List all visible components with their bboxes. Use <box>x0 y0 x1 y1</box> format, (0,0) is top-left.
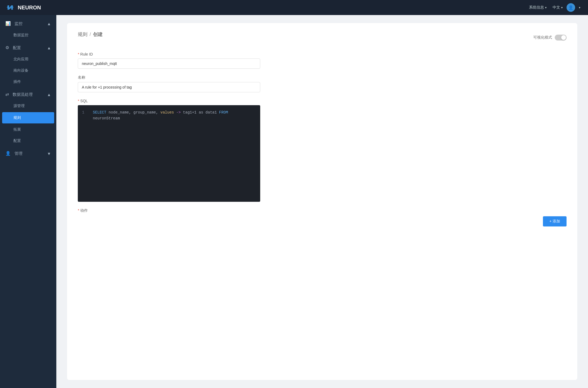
visual-mode-label: 可视化模式 <box>533 35 552 40</box>
lang-chevron-icon: ▾ <box>561 6 563 9</box>
sidebar-item-settings[interactable]: 配置 <box>0 135 56 147</box>
visual-mode-toggle[interactable] <box>555 35 567 41</box>
sidebar-item-data-monitor[interactable]: 数据监控 <box>0 30 56 41</box>
sidebar-group-monitor-label: 监控 <box>14 21 23 26</box>
action-label: 动作 <box>78 208 567 213</box>
monitor-icon: 📊 <box>5 21 11 26</box>
sidebar-group-config-header[interactable]: ⚙ 配置 ▲ <box>0 42 56 54</box>
sys-info-chevron-icon: ▾ <box>545 6 547 9</box>
breadcrumb-current: 创建 <box>93 31 103 38</box>
dataflow-chevron-icon: ▲ <box>47 92 51 97</box>
sidebar-item-rules-label: 规则 <box>13 115 21 120</box>
sidebar-group-dataflow-header[interactable]: ⇄ 数据流处理 ▲ <box>0 89 56 100</box>
user-chevron-icon: ▾ <box>579 6 580 9</box>
sidebar-item-source-mgmt-label: 源管理 <box>13 104 25 108</box>
sql-label: SQL <box>78 99 567 103</box>
toggle-knob <box>561 35 566 40</box>
sys-info-label: 系统信息 <box>529 5 544 10</box>
logo-icon <box>5 3 15 12</box>
sidebar-group-dataflow: ⇄ 数据流处理 ▲ 源管理 规则 拓展 配置 <box>0 89 56 147</box>
sidebar-item-north-app[interactable]: 北向应用 <box>0 54 56 65</box>
admin-icon: 👤 <box>5 151 11 156</box>
add-action-button[interactable]: + 添加 <box>543 216 567 226</box>
user-menu-btn[interactable]: ▾ <box>577 5 583 10</box>
monitor-chevron-icon: ▲ <box>47 21 51 26</box>
sql-values-fn: values <box>160 110 174 115</box>
admin-chevron-icon: ▼ <box>47 151 51 156</box>
visual-mode-control: 可视化模式 <box>533 35 567 41</box>
rule-id-group: Rule ID <box>78 52 567 69</box>
user-icon: 👤 <box>568 5 574 10</box>
sidebar-group-dataflow-label: 数据流处理 <box>13 92 33 97</box>
name-label: 名称 <box>78 75 567 80</box>
config-icon: ⚙ <box>5 45 9 50</box>
header-controls: 系统信息 ▾ 中文 ▾ 👤 ▾ <box>527 3 583 12</box>
rule-id-input[interactable] <box>78 58 260 69</box>
dataflow-icon: ⇄ <box>5 92 9 97</box>
lang-btn[interactable]: 中文 ▾ <box>550 4 565 11</box>
sql-code: SELECT node_name, group_name, values -> … <box>93 109 256 122</box>
sys-info-btn[interactable]: 系统信息 ▾ <box>527 4 549 11</box>
sidebar-item-south-device-label: 南向设备 <box>13 68 28 72</box>
action-section: 动作 + 添加 <box>78 208 567 213</box>
name-input[interactable] <box>78 82 260 92</box>
sidebar-group-monitor: 📊 监控 ▲ 数据监控 <box>0 18 56 41</box>
page-header: 规则 / 创建 可视化模式 <box>78 31 567 44</box>
content-area: 规则 / 创建 可视化模式 Rule ID 名称 <box>56 15 588 388</box>
sidebar-group-config: ⚙ 配置 ▲ 北向应用 南向设备 插件 <box>0 42 56 87</box>
content-card: 规则 / 创建 可视化模式 Rule ID 名称 <box>67 23 577 380</box>
main-layout: 📊 监控 ▲ 数据监控 ⚙ 配置 ▲ 北向应用 南向设备 <box>0 15 588 388</box>
sidebar-item-rules[interactable]: 规则 <box>2 112 54 123</box>
sidebar-item-data-monitor-label: 数据监控 <box>13 33 28 37</box>
logo: NEURON <box>5 3 41 12</box>
sql-tag-expr: tag1+1 as data1 <box>183 110 219 115</box>
sidebar: 📊 监控 ▲ 数据监控 ⚙ 配置 ▲ 北向应用 南向设备 <box>0 15 56 388</box>
sidebar-item-settings-label: 配置 <box>13 138 21 143</box>
sql-editor[interactable]: 1 SELECT node_name, group_name, values -… <box>78 105 260 202</box>
sidebar-group-config-label: 配置 <box>13 45 21 50</box>
sidebar-group-admin-label: 管理 <box>14 151 23 156</box>
breadcrumb-parent[interactable]: 规则 <box>78 31 87 38</box>
config-chevron-icon: ▲ <box>47 46 51 50</box>
logo-text: NEURON <box>18 5 41 11</box>
sql-from-keyword: FROM <box>219 110 228 115</box>
sql-line-1: 1 SELECT node_name, group_name, values -… <box>82 109 256 122</box>
sql-table-name: neuronStream <box>93 116 120 120</box>
sidebar-group-admin-header[interactable]: 👤 管理 ▼ <box>0 148 56 159</box>
user-avatar[interactable]: 👤 <box>567 3 575 12</box>
rule-id-label: Rule ID <box>78 52 567 56</box>
app-header: NEURON 系统信息 ▾ 中文 ▾ 👤 ▾ <box>0 0 588 15</box>
sidebar-item-extensions-label: 拓展 <box>13 127 21 131</box>
sql-columns: node_name, group_name, <box>109 110 160 115</box>
sidebar-item-plugin[interactable]: 插件 <box>0 76 56 87</box>
sidebar-item-extensions[interactable]: 拓展 <box>0 124 56 135</box>
sql-select-keyword: SELECT <box>93 110 106 115</box>
sidebar-group-monitor-header[interactable]: 📊 监控 ▲ <box>0 18 56 30</box>
breadcrumb-separator: / <box>90 32 91 37</box>
sql-group: SQL 1 SELECT node_name, group_name, valu… <box>78 99 567 202</box>
sidebar-item-south-device[interactable]: 南向设备 <box>0 65 56 76</box>
sidebar-item-source-mgmt[interactable]: 源管理 <box>0 100 56 112</box>
name-group: 名称 <box>78 75 567 92</box>
lang-label: 中文 <box>553 5 560 10</box>
sql-line-number: 1 <box>82 109 87 122</box>
breadcrumb: 规则 / 创建 <box>78 31 103 38</box>
sidebar-item-plugin-label: 插件 <box>13 79 21 84</box>
sidebar-group-admin: 👤 管理 ▼ <box>0 148 56 159</box>
sidebar-item-north-app-label: 北向应用 <box>13 57 28 61</box>
sql-arrow-op: -> <box>176 110 181 115</box>
